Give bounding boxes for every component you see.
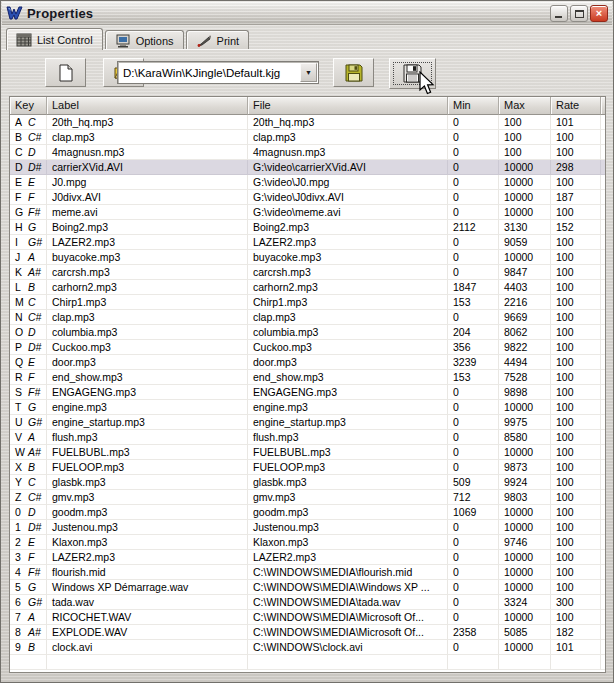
cell-rate: 100 [551, 250, 601, 265]
cell-label: Klaxon.mp3 [47, 535, 248, 550]
table-row[interactable]: BC#clap.mp3clap.mp30100100 [10, 130, 605, 145]
tab-label: Print [217, 35, 240, 47]
table-row[interactable]: SF#ENGAGENG.mp3ENGAGENG.mp309898100 [10, 385, 605, 400]
cell-key: MC [10, 295, 47, 310]
cell-max: 9822 [499, 340, 551, 355]
cell-stub [601, 220, 606, 235]
cell-max: 10000 [499, 550, 551, 565]
table-row[interactable]: AC20th_hq.mp320th_hq.mp30100101 [10, 115, 605, 130]
cell-stub [601, 310, 606, 325]
cell-label: 20th_hq.mp3 [47, 115, 248, 130]
cell-max: 4403 [499, 280, 551, 295]
close-button[interactable]: × [590, 5, 608, 22]
cell-min: 0 [448, 115, 499, 130]
table-row[interactable]: NC#clap.mp3clap.mp309669100 [10, 310, 605, 325]
table-row[interactable]: 0Dgoodm.mp3goodm.mp3106910000100 [10, 505, 605, 520]
cell-max: 10000 [499, 610, 551, 625]
cell-file: Justenou.mp3 [248, 520, 448, 535]
table-row[interactable]: 6G#tada.wavC:\WINDOWS\MEDIA\tada.wav0332… [10, 595, 605, 610]
save-button[interactable] [333, 58, 374, 87]
cell-min: 0 [448, 190, 499, 205]
cell-label: clap.mp3 [47, 310, 248, 325]
cell-max: 10000 [499, 400, 551, 415]
table-row[interactable]: 1D#Justenou.mp3Justenou.mp3010000100 [10, 520, 605, 535]
title-bar[interactable]: Properties × [2, 2, 612, 25]
table-row[interactable]: RFend_show.mp3end_show.mp31537528100 [10, 370, 605, 385]
chevron-down-icon: ▼ [305, 69, 312, 76]
tab-list-control[interactable]: List Control [6, 28, 103, 50]
table-row[interactable]: QEdoor.mp3door.mp332394494100 [10, 355, 605, 370]
column-header-rate[interactable]: Rate [551, 97, 601, 115]
table-row[interactable]: PD#Cuckoo.mp3Cuckoo.mp33569822100 [10, 340, 605, 355]
cell-stub [601, 595, 606, 610]
table-row[interactable]: WA#FUELBUBL.mp3FUELBUBL.mp3010000100 [10, 445, 605, 460]
monitor-icon [115, 34, 131, 48]
table-row[interactable]: FFJ0divx.AVIG:\video\J0divx.AVI010000187 [10, 190, 605, 205]
cell-label: Windows XP Démarrage.wav [47, 580, 248, 595]
column-header-label[interactable]: Label [47, 97, 248, 115]
cell-label: gmv.mp3 [47, 490, 248, 505]
maximize-button[interactable] [570, 5, 588, 22]
cell-label: LAZER2.mp3 [47, 550, 248, 565]
cell-key: 5G [10, 580, 47, 595]
file-path-combobox[interactable]: D:\KaraWin\KJingle\Default.kjg ▼ [117, 61, 319, 84]
table-row[interactable]: JAbuyacoke.mp3buyacoke.mp3010000100 [10, 250, 605, 265]
cell-max: 10000 [499, 505, 551, 520]
cell-file: G:\video\J0divx.AVI [248, 190, 448, 205]
table-row[interactable]: HGBoing2.mp3Boing2.mp321123130152 [10, 220, 605, 235]
table-row[interactable]: MCChirp1.mp3Chirp1.mp31532216100 [10, 295, 605, 310]
table-row[interactable]: YCglasbk.mp3glasbk.mp35099924100 [10, 475, 605, 490]
column-header-key[interactable]: Key [10, 97, 47, 115]
table-row[interactable]: KA#carcrsh.mp3carcrsh.mp309847100 [10, 265, 605, 280]
table-row[interactable]: 9Bclock.aviC:\WINDOWS\clock.avi010000101 [10, 640, 605, 655]
new-file-button[interactable] [45, 58, 86, 87]
table-row[interactable]: GF#meme.aviG:\video\meme.avi010000100 [10, 205, 605, 220]
cell-stub [601, 370, 606, 385]
cell-max: 10000 [499, 445, 551, 460]
cell-key: 3F [10, 550, 47, 565]
column-header-file[interactable]: File [248, 97, 448, 115]
table-row[interactable]: DD#carrierXVid.AVIG:\video\carrierXVid.A… [10, 160, 605, 175]
cell-label: clock.avi [47, 640, 248, 655]
tab-print[interactable]: Print [186, 30, 250, 50]
cell-label: engine_startup.mp3 [47, 415, 248, 430]
cell-file: G:\video\carrierXVid.AVI [248, 160, 448, 175]
column-header-max[interactable]: Max [499, 97, 551, 115]
table-row[interactable]: UG#engine_startup.mp3engine_startup.mp30… [10, 415, 605, 430]
cell-key: HG [10, 220, 47, 235]
cell-key: 2E [10, 535, 47, 550]
cell-max: 9847 [499, 265, 551, 280]
cell-key: 6G# [10, 595, 47, 610]
cell-rate: 101 [551, 640, 601, 655]
table-row[interactable]: LBcarhorn2.mp3carhorn2.mp318474403100 [10, 280, 605, 295]
table-row[interactable]: VAflush.mp3flush.mp308580100 [10, 430, 605, 445]
tab-options[interactable]: Options [105, 30, 184, 50]
table-row[interactable]: ZC#gmv.mp3gmv.mp37129803100 [10, 490, 605, 505]
minimize-button[interactable] [550, 5, 568, 22]
table-row[interactable]: TGengine.mp3engine.mp3010000100 [10, 400, 605, 415]
table-row[interactable]: 7ARICOCHET.WAVC:\WINDOWS\MEDIA\Microsoft… [10, 610, 605, 625]
combobox-dropdown-button[interactable]: ▼ [300, 63, 317, 82]
cell-min: 0 [448, 265, 499, 280]
table-row[interactable]: CD4magnusn.mp34magnusn.mp30100100 [10, 145, 605, 160]
cell-file: FUELOOP.mp3 [248, 460, 448, 475]
table-row[interactable]: 2EKlaxon.mp3Klaxon.mp309746100 [10, 535, 605, 550]
cell-label: glasbk.mp3 [47, 475, 248, 490]
cell-max: 10000 [499, 205, 551, 220]
table-row[interactable]: ODcolumbia.mp3columbia.mp32048062100 [10, 325, 605, 340]
table-row[interactable]: 5GWindows XP Démarrage.wavC:\WINDOWS\MED… [10, 580, 605, 595]
column-header-stub [601, 97, 606, 115]
cell-rate: 100 [551, 355, 601, 370]
table-row[interactable]: 4F#flourish.midC:\WINDOWS\MEDIA\flourish… [10, 565, 605, 580]
cell-empty [551, 655, 601, 670]
table-row[interactable]: EEJ0.mpgG:\video\J0.mpg010000100 [10, 175, 605, 190]
table-row[interactable]: XBFUELOOP.mp3FUELOOP.mp309873100 [10, 460, 605, 475]
table-row[interactable]: 8A#EXPLODE.WAVC:\WINDOWS\MEDIA\Microsoft… [10, 625, 605, 640]
cell-max: 9803 [499, 490, 551, 505]
cell-stub [601, 325, 606, 340]
cell-label: buyacoke.mp3 [47, 250, 248, 265]
table-row[interactable]: 3FLAZER2.mp3LAZER2.mp3010000100 [10, 550, 605, 565]
column-header-min[interactable]: Min [448, 97, 499, 115]
table-row[interactable]: IG#LAZER2.mp3LAZER2.mp309059100 [10, 235, 605, 250]
cell-min: 2112 [448, 220, 499, 235]
